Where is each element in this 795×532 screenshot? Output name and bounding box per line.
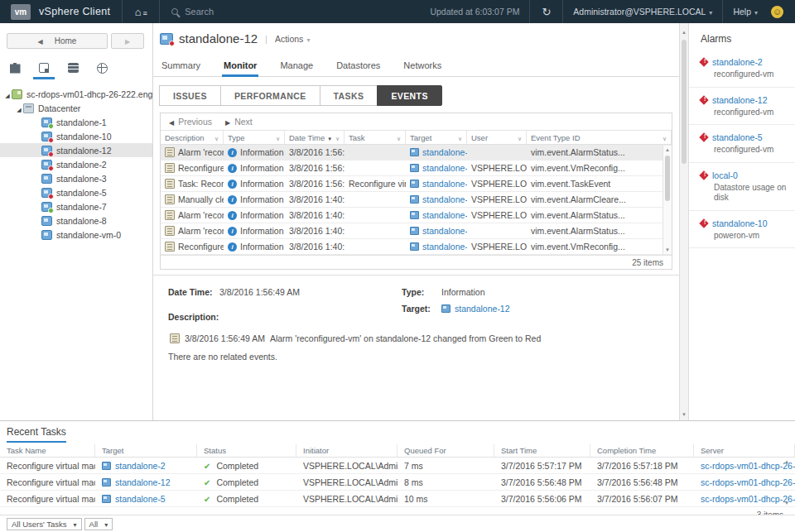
previous-button[interactable]: Previous [169, 117, 212, 127]
forward-button[interactable] [111, 33, 144, 49]
tree-item[interactable]: standalone-7 [0, 199, 152, 213]
expand-arrow-icon[interactable] [15, 103, 23, 113]
alarm-object-link[interactable]: standalone-12 [712, 95, 768, 105]
column-filter-chevron-icon[interactable] [394, 133, 401, 142]
tasks-type-select[interactable]: All [84, 518, 113, 530]
event-row[interactable]: Alarm 'reconfigur... Information 3/8/201… [161, 145, 672, 161]
alarm-item[interactable]: local-0 Datastore usage on disk [689, 163, 795, 211]
alarm-object-link[interactable]: local-0 [712, 170, 738, 180]
target-link[interactable]: standalone-12 [422, 226, 467, 236]
alarm-item[interactable]: standalone-10 poweron-vm [689, 211, 795, 249]
column-header[interactable]: Server [694, 444, 795, 457]
alarm-object-link[interactable]: standalone-5 [712, 132, 763, 142]
alarm-item[interactable]: standalone-5 reconfigured-vm [689, 125, 795, 163]
target-link[interactable]: standalone-5 [115, 494, 166, 504]
tab[interactable]: Monitor [222, 55, 258, 76]
event-row[interactable]: Manually cleared ... Information 3/8/201… [161, 192, 672, 208]
tree-item[interactable]: standalone-2 [0, 157, 152, 171]
alarm-item[interactable]: standalone-12 reconfigured-vm [689, 88, 795, 126]
tab[interactable]: Summary [160, 55, 202, 76]
task-row[interactable]: Reconfigure virtual machine standalone-5… [0, 491, 795, 507]
column-filter-chevron-icon[interactable] [333, 133, 340, 142]
column-header[interactable]: Type [224, 131, 285, 144]
server-link[interactable]: sc-rdops-vm01-dhcp-26-222.eng... [701, 494, 795, 504]
event-row[interactable]: Alarm 'reconfigur... Information 3/8/201… [161, 208, 672, 223]
column-header[interactable]: Start Time [494, 444, 590, 457]
server-link[interactable]: sc-rdops-vm01-dhcp-26-222.eng... [701, 461, 795, 471]
column-header[interactable]: Task Name [0, 444, 95, 457]
tab[interactable]: Manage [278, 55, 315, 76]
subtab-button[interactable]: TASKS [320, 85, 378, 106]
networking-view-icon[interactable] [94, 60, 110, 75]
scroll-up-icon[interactable] [663, 147, 672, 152]
page-scrollbar[interactable] [679, 23, 689, 420]
feedback-smiley-icon[interactable] [771, 6, 783, 18]
target-link[interactable]: standalone-12 [422, 163, 467, 173]
column-header[interactable]: Date Time [285, 131, 344, 144]
task-row[interactable]: Reconfigure virtual machine standalone-2… [0, 458, 795, 474]
tree-item[interactable]: sc-rdops-vm01-dhcp-26-222.eng.vmware.c..… [0, 87, 152, 101]
scrollbar-thumb[interactable] [665, 156, 670, 201]
help-menu[interactable]: Help [723, 7, 768, 17]
back-home-button[interactable]: Home [7, 33, 108, 49]
column-header[interactable]: Event Type ID [527, 131, 672, 144]
alarm-object-link[interactable]: standalone-10 [712, 218, 768, 228]
column-header[interactable]: Description [161, 131, 224, 144]
alarm-object-link[interactable]: standalone-2 [712, 57, 763, 67]
scroll-up-icon[interactable] [784, 459, 789, 464]
subtab-button[interactable]: ISSUES [159, 85, 221, 106]
event-row[interactable]: Reconfigured virt... Information 3/8/201… [161, 161, 672, 176]
storage-view-icon[interactable] [65, 60, 81, 75]
target-link[interactable]: standalone-12 [422, 210, 467, 220]
tab[interactable]: Networks [402, 55, 443, 76]
column-header[interactable]: Completion Time [590, 444, 694, 457]
tree-item[interactable]: standalone-1 [0, 115, 152, 129]
vms-templates-view-icon[interactable] [36, 60, 52, 75]
user-menu[interactable]: Administrator@VSPHERE.LOCAL [563, 7, 722, 17]
task-row[interactable]: Reconfigure virtual machine standalone-1… [0, 474, 795, 491]
target-link[interactable]: standalone-12 [115, 477, 171, 487]
tree-item[interactable]: standalone-12 [0, 143, 152, 157]
scrollbar-thumb[interactable] [682, 40, 687, 164]
tree-item[interactable]: standalone-3 [0, 171, 152, 185]
event-row[interactable]: Task: Reconfigure... Information 3/8/201… [161, 176, 672, 192]
home-menu-button[interactable] [123, 0, 159, 23]
target-link[interactable]: standalone-12 [422, 194, 467, 204]
column-header[interactable]: Initiator [296, 444, 398, 457]
column-filter-chevron-icon[interactable] [455, 133, 462, 142]
column-header[interactable]: User [467, 131, 527, 144]
tree-item[interactable]: standalone-vm-0 [0, 228, 152, 242]
column-header[interactable]: Status [197, 444, 296, 457]
subtab-button[interactable]: EVENTS [377, 85, 441, 106]
refresh-icon[interactable] [530, 6, 562, 18]
column-header[interactable]: Queued For [398, 444, 494, 457]
target-link[interactable]: standalone-12 [422, 242, 467, 252]
actions-menu[interactable]: Actions [275, 34, 310, 44]
event-row[interactable]: Alarm 'reconfigur... Information 3/8/201… [161, 223, 672, 239]
recent-tasks-tab[interactable]: Recent Tasks [7, 426, 66, 443]
scroll-up-icon[interactable] [680, 30, 688, 35]
column-filter-chevron-icon[interactable] [273, 133, 280, 142]
tree-item[interactable]: standalone-5 [0, 185, 152, 199]
column-filter-chevron-icon[interactable] [515, 133, 522, 142]
column-filter-chevron-icon[interactable] [212, 133, 219, 142]
event-row[interactable]: Reconfigured virt... Information 3/8/201… [161, 239, 672, 255]
tree-item[interactable]: standalone-8 [0, 213, 152, 228]
alarm-item[interactable]: standalone-2 reconfigured-vm [689, 50, 795, 88]
tree-item[interactable]: Datacenter [0, 101, 152, 115]
column-filter-chevron-icon[interactable] [660, 133, 667, 142]
column-header[interactable]: Target [95, 444, 197, 457]
tasks-scope-select[interactable]: All Users' Tasks [7, 518, 82, 530]
scroll-down-icon[interactable] [784, 501, 789, 506]
scroll-down-icon[interactable] [680, 412, 688, 417]
search-input[interactable] [185, 7, 309, 17]
expand-arrow-icon[interactable] [3, 89, 12, 99]
hosts-clusters-view-icon[interactable] [7, 60, 23, 75]
target-link[interactable]: standalone-12 [455, 304, 510, 314]
target-link[interactable]: standalone-12 [422, 179, 467, 189]
target-link[interactable]: standalone-2 [115, 461, 166, 471]
tree-item[interactable]: standalone-10 [0, 129, 152, 143]
subtab-button[interactable]: PERFORMANCE [220, 85, 320, 106]
column-header[interactable]: Target [406, 131, 467, 144]
recent-tasks-scrollbar[interactable] [784, 459, 793, 506]
